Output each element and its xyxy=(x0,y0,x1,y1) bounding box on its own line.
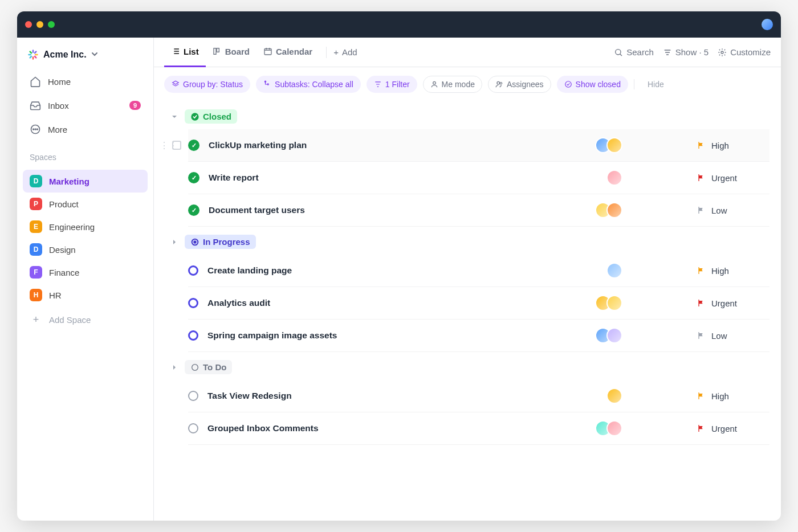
sidebar-space-marketing[interactable]: DMarketing xyxy=(23,170,148,193)
priority-label: Urgent xyxy=(711,424,737,433)
group-header-inprogress[interactable]: In Progress xyxy=(165,227,769,255)
add-space-button[interactable]: + Add Space xyxy=(23,309,148,331)
nav-more-label: More xyxy=(48,125,67,134)
task-priority[interactable]: High xyxy=(697,391,759,401)
minimize-window-button[interactable] xyxy=(36,21,43,28)
task-priority[interactable]: Urgent xyxy=(697,298,759,308)
nav-home-label: Home xyxy=(48,77,71,87)
task-status-icon[interactable] xyxy=(188,140,199,151)
assignee-avatar[interactable] xyxy=(606,420,622,436)
assignee-list xyxy=(595,295,622,311)
subtasks-chip[interactable]: Subtasks: Collapse all xyxy=(256,76,361,93)
task-row[interactable]: ⋮⋮ Write report Urgent xyxy=(188,162,769,194)
task-name[interactable]: Grouped Inbox Comments xyxy=(207,423,595,433)
filter-bar: Group by: Status Subtasks: Collapse all … xyxy=(154,67,781,101)
flag-icon xyxy=(697,141,706,150)
layers-icon xyxy=(172,80,180,88)
task-priority[interactable]: High xyxy=(697,266,759,276)
task-row[interactable]: ⋮⋮ Spring campaign image assets Low xyxy=(188,320,769,352)
task-row[interactable]: ⋮⋮ ClickUp marketing plan High xyxy=(188,129,769,162)
sidebar-space-engineering[interactable]: EEngineering xyxy=(23,215,148,238)
assignee-avatar[interactable] xyxy=(606,295,622,311)
task-row[interactable]: ⋮⋮ Analytics audit Urgent xyxy=(188,287,769,320)
sidebar-space-finance[interactable]: FFinance xyxy=(23,261,148,284)
me-mode-chip[interactable]: Me mode xyxy=(423,76,482,93)
space-badge-icon: F xyxy=(30,266,42,279)
nav-inbox[interactable]: Inbox 9 xyxy=(23,95,148,116)
priority-label: High xyxy=(711,266,729,276)
search-label: Search xyxy=(626,47,654,57)
assignee-avatar[interactable] xyxy=(606,202,622,218)
view-tab-label: Board xyxy=(225,47,250,56)
svg-rect-5 xyxy=(217,48,219,52)
filter-chip[interactable]: 1 Filter xyxy=(367,76,417,93)
task-priority[interactable]: Urgent xyxy=(697,424,759,433)
chevron-icon[interactable] xyxy=(171,238,179,246)
task-status-icon[interactable] xyxy=(188,204,199,216)
workspace-switcher[interactable]: Acme Inc. xyxy=(23,44,148,68)
subtasks-label: Subtasks: Collapse all xyxy=(275,80,353,89)
task-name[interactable]: Analytics audit xyxy=(207,298,595,308)
task-status-icon[interactable] xyxy=(188,265,198,276)
show-closed-chip[interactable]: Show closed xyxy=(557,76,628,93)
maximize-window-button[interactable] xyxy=(48,21,55,28)
task-status-icon[interactable] xyxy=(188,391,198,401)
user-avatar[interactable] xyxy=(762,19,773,30)
add-view-button[interactable]: + Add xyxy=(333,47,357,57)
traffic-lights xyxy=(25,21,55,28)
task-priority[interactable]: Urgent xyxy=(697,173,759,183)
task-row[interactable]: ⋮⋮ Create landing page High xyxy=(188,255,769,287)
group-by-chip[interactable]: Group by: Status xyxy=(164,76,250,93)
task-priority[interactable]: Low xyxy=(697,331,759,341)
close-window-button[interactable] xyxy=(25,21,32,28)
chevron-icon[interactable] xyxy=(171,113,179,121)
task-row[interactable]: ⋮⋮ Task View Redesign High xyxy=(188,380,769,412)
view-tab-calendar[interactable]: Calendar xyxy=(256,38,319,67)
spaces-heading: Spaces xyxy=(23,142,148,167)
task-name[interactable]: Write report xyxy=(209,173,606,183)
more-icon xyxy=(30,124,41,135)
view-tab-board[interactable]: Board xyxy=(206,38,256,67)
task-status-icon[interactable] xyxy=(188,330,198,341)
assignee-avatar[interactable] xyxy=(606,170,622,186)
sidebar-space-design[interactable]: DDesign xyxy=(23,238,148,261)
customize-button[interactable]: Customize xyxy=(718,47,771,57)
assignee-avatar[interactable] xyxy=(606,328,622,343)
task-priority[interactable]: Low xyxy=(697,206,759,215)
group-header-closed[interactable]: Closed xyxy=(165,101,769,129)
list-icon xyxy=(171,47,180,56)
group-header-todo[interactable]: To Do xyxy=(165,352,769,380)
task-name[interactable]: ClickUp marketing plan xyxy=(209,140,595,150)
space-badge-icon: P xyxy=(30,198,42,210)
task-checkbox[interactable] xyxy=(172,141,181,150)
chevron-icon[interactable] xyxy=(171,363,179,371)
separator xyxy=(326,47,327,58)
svg-point-7 xyxy=(616,49,621,54)
show-button[interactable]: Show · 5 xyxy=(663,47,709,57)
nav-home[interactable]: Home xyxy=(23,71,148,92)
sidebar-space-product[interactable]: PProduct xyxy=(23,193,148,215)
chevron-down-icon xyxy=(91,50,98,60)
task-name[interactable]: Spring campaign image assets xyxy=(207,330,595,341)
search-button[interactable]: Search xyxy=(614,47,654,57)
assignee-avatar[interactable] xyxy=(606,137,622,153)
task-status-icon[interactable] xyxy=(188,423,198,433)
task-status-icon[interactable] xyxy=(188,298,198,308)
task-name[interactable]: Create landing page xyxy=(207,265,606,276)
assignees-chip[interactable]: Assignees xyxy=(488,76,551,93)
plus-icon: + xyxy=(30,314,42,326)
hide-button[interactable]: Hide xyxy=(640,76,671,93)
task-name[interactable]: Task View Redesign xyxy=(207,391,606,401)
nav-more[interactable]: More xyxy=(23,118,148,140)
task-row[interactable]: ⋮⋮ Document target users Low xyxy=(188,194,769,227)
task-priority[interactable]: High xyxy=(697,141,759,150)
content-area: ListBoardCalendar + Add Search Show · 5 xyxy=(154,38,781,521)
assignee-avatar[interactable] xyxy=(606,388,622,404)
assignee-avatar[interactable] xyxy=(606,263,622,279)
sidebar-space-hr[interactable]: HHR xyxy=(23,284,148,306)
task-status-icon[interactable] xyxy=(188,172,199,183)
view-tab-list[interactable]: List xyxy=(164,38,206,67)
task-row[interactable]: ⋮⋮ Grouped Inbox Comments Urgent xyxy=(188,412,769,445)
svg-rect-4 xyxy=(214,48,216,55)
task-name[interactable]: Document target users xyxy=(209,205,595,215)
